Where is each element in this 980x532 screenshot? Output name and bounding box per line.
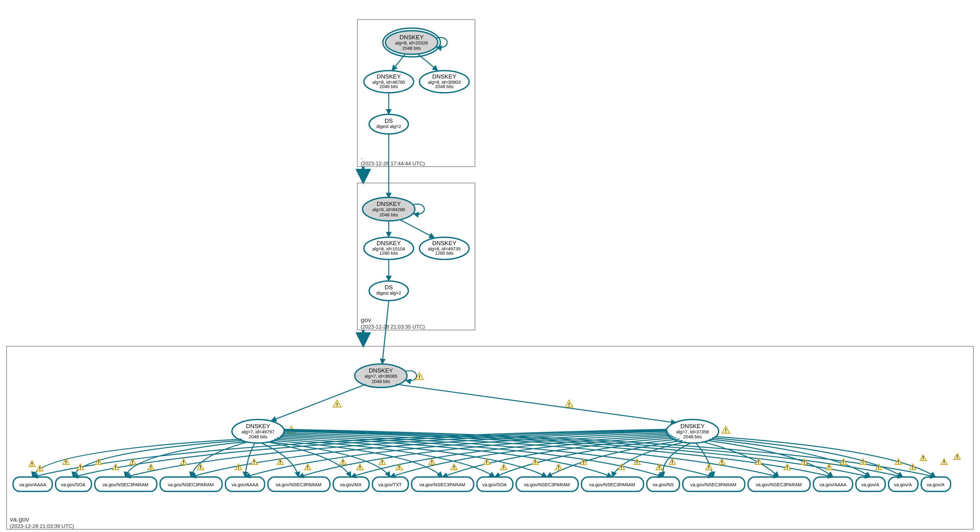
node-root-ds-l1: digest alg=2 — [376, 124, 401, 129]
node-vagov-zsk1-title: DNSKEY — [246, 423, 270, 429]
warning-icon[interactable]: ! — [451, 464, 457, 470]
rr-r3-text: va.gov/NSEC3PARAM — [168, 482, 213, 487]
svg-text:!: ! — [922, 456, 924, 461]
node-gov-zsk1-l2: 1280 bits — [380, 251, 398, 256]
svg-text:!: ! — [307, 465, 309, 470]
rr-r18-text: va.gov/A — [926, 482, 945, 487]
zone-ts-gov: (2023-12-28 21:03:35 UTC) — [361, 324, 425, 330]
node-gov-ksk-l2: 2048 bits — [380, 212, 398, 217]
svg-text:!: ! — [486, 459, 488, 465]
svg-text:!: ! — [238, 465, 240, 470]
node-root-ksk-l1: alg=8, id=20326 — [395, 40, 428, 45]
warning-icon[interactable]: ! — [29, 460, 35, 467]
svg-text:!: ! — [897, 459, 899, 465]
rr-r5-text: va.gov/NSEC3PARAM — [276, 482, 321, 487]
node-gov-zsk1-title: DNSKEY — [377, 240, 401, 246]
svg-text:!: ! — [828, 465, 830, 470]
svg-text:!: ! — [359, 465, 361, 470]
node-root-zsk1-title: DNSKEY — [377, 73, 401, 80]
svg-text:!: ! — [98, 459, 100, 465]
warning-icon[interactable]: ! — [920, 455, 926, 461]
warning-icon[interactable]: ! — [755, 459, 762, 465]
svg-text:!: ! — [398, 465, 400, 470]
warning-icon[interactable]: ! — [304, 464, 311, 470]
warning-icon[interactable]: ! — [669, 459, 676, 465]
svg-text:!: ! — [758, 459, 760, 465]
node-gov-zsk2-l2: 1280 bits — [435, 251, 454, 256]
zone-ts-root: (2023-12-28 17:44:44 UTC) — [361, 161, 425, 167]
zone-label-gov: gov — [361, 316, 371, 323]
edge-vagovksk-zsk2 — [396, 384, 676, 423]
svg-text:!: ! — [150, 465, 152, 470]
fan-edges — [33, 429, 936, 477]
node-root-ksk-l2: 2048 bits — [402, 46, 421, 51]
svg-text:!: ! — [725, 428, 727, 434]
node-vagov-zsk2-l1: alg=7, id=37358 — [676, 429, 709, 434]
svg-text:!: ! — [956, 454, 958, 460]
node-gov-zsk1-l1: alg=8, id=10104 — [372, 246, 405, 251]
node-gov-ds-l1: digest alg=2 — [376, 291, 401, 296]
warning-icon[interactable]: ! — [941, 459, 947, 465]
rr-r16-text: va.gov/A — [861, 482, 879, 487]
edge-vagovksk-zsk1 — [271, 384, 366, 421]
node-vagov-ksk-title: DNSKEY — [369, 367, 393, 374]
edge-rootksk-zsk2 — [418, 54, 438, 70]
svg-text:!: ! — [39, 466, 41, 472]
warning-icon[interactable]: ! — [429, 459, 435, 465]
node-gov-ksk-l1: alg=8, id=84280 — [372, 207, 405, 212]
svg-text:!: ! — [503, 465, 505, 470]
warning-icon[interactable]: ! — [333, 400, 341, 408]
node-root-ds-title: DS — [385, 118, 393, 124]
rr-r14-text: va.gov/NSEC3PARAM — [756, 482, 802, 487]
warning-icon[interactable]: ! — [565, 400, 573, 408]
warning-icon[interactable]: ! — [634, 459, 640, 465]
edge-govds-vagovksk — [382, 301, 389, 364]
node-root-zsk2-l1: alg=8, id=30903 — [428, 80, 461, 85]
node-gov-zsk2-l1: alg=8, id=49735 — [428, 246, 461, 251]
svg-text:!: ! — [200, 465, 202, 470]
svg-text:!: ! — [279, 459, 281, 465]
warning-icon[interactable]: ! — [954, 454, 960, 460]
zone-label-root: . — [361, 153, 363, 160]
warning-icon[interactable]: ! — [555, 464, 562, 470]
rr-r0-text: va.gov/AAAA — [19, 482, 46, 487]
warning-icon[interactable]: ! — [379, 459, 385, 465]
warning-icon[interactable]: ! — [37, 465, 43, 472]
svg-text:!: ! — [842, 459, 844, 465]
node-vagov-ksk-l1: alg=7, id=36085 — [364, 374, 397, 379]
node-root-zsk1-l2: 2048 bits — [380, 84, 398, 89]
node-vagov-ksk-l2: 2048 bits — [371, 379, 390, 384]
svg-text:!: ! — [132, 459, 134, 465]
node-gov-ds-title: DS — [385, 284, 393, 291]
warning-icon[interactable]: ! — [719, 459, 725, 465]
warning-icon[interactable]: ! — [722, 426, 730, 434]
warning-icon[interactable]: ! — [180, 459, 187, 465]
warning-icon[interactable]: ! — [356, 464, 363, 470]
svg-text:!: ! — [336, 402, 338, 408]
svg-text:!: ! — [582, 459, 584, 465]
rr-r7-text: va.gov/TXT — [378, 482, 402, 487]
rr-r9-text: va.gov/SOA — [482, 482, 507, 487]
rr-r12-text: va.gov/NS — [653, 482, 674, 487]
dnssec-diagram: . (2023-12-28 17:44:44 UTC) DNSKEY alg=8… — [0, 0, 980, 532]
rr-r11-text: va.gov/NSEC3PARAM — [589, 482, 635, 487]
warning-icon[interactable]: ! — [148, 464, 154, 470]
node-root-zsk1-l1: alg=8, id=46780 — [372, 80, 405, 85]
warning-icon[interactable]: ! — [235, 464, 242, 470]
svg-text:!: ! — [65, 459, 67, 465]
rr-r17-text: va.gov/A — [894, 482, 912, 487]
warning-icon[interactable]: ! — [340, 459, 346, 465]
svg-text:!: ! — [453, 465, 455, 470]
svg-text:!: ! — [658, 465, 660, 470]
warning-icon[interactable]: ! — [500, 464, 507, 470]
warning-icon[interactable]: ! — [251, 459, 258, 465]
zone-label-vagov: va.gov — [10, 516, 29, 523]
node-root-zsk2-title: DNSKEY — [432, 73, 457, 80]
svg-text:!: ! — [786, 465, 788, 470]
warning-icon[interactable]: ! — [706, 464, 712, 470]
rr-r8-text: va.gov/NSEC3PARAM — [419, 482, 465, 487]
svg-text:!: ! — [115, 465, 116, 470]
rr-r10-text: va.gov/NSEC3PARAM — [524, 482, 570, 487]
node-gov-ksk-title: DNSKEY — [377, 201, 401, 207]
warning-icon[interactable]: ! — [826, 464, 832, 470]
